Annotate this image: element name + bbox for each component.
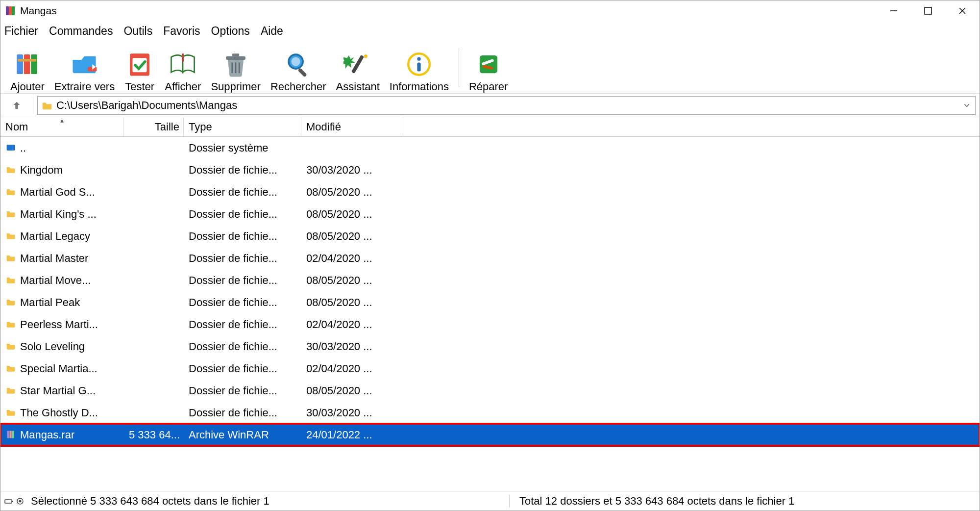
file-type: Archive WinRAR bbox=[184, 429, 301, 441]
col-header-type-label: Type bbox=[189, 121, 212, 133]
svg-point-26 bbox=[417, 57, 421, 61]
file-type: Dossier de fichie... bbox=[184, 296, 301, 309]
svg-rect-0 bbox=[6, 6, 9, 15]
path-separator bbox=[33, 97, 33, 114]
menu-help[interactable]: Aide bbox=[261, 25, 283, 38]
menu-options[interactable]: Options bbox=[211, 25, 250, 38]
toolbar-extract[interactable]: Extraire vers bbox=[49, 42, 120, 93]
folder-icon bbox=[5, 319, 16, 330]
folder-icon bbox=[42, 100, 52, 111]
svg-rect-9 bbox=[31, 54, 37, 74]
toolbar-wizard[interactable]: Assistant bbox=[331, 42, 385, 93]
file-date: 02/04/2020 ... bbox=[301, 318, 403, 331]
rar-icon bbox=[5, 430, 16, 440]
table-row[interactable]: Martial King's ...Dossier de fichie...08… bbox=[0, 203, 980, 225]
file-type: Dossier de fichie... bbox=[184, 340, 301, 353]
table-row[interactable]: Martial MasterDossier de fichie...02/04/… bbox=[0, 247, 980, 269]
menu-fav[interactable]: Favoris bbox=[163, 25, 200, 38]
folder-icon bbox=[5, 231, 16, 242]
file-name: Peerless Marti... bbox=[20, 318, 98, 331]
file-list[interactable]: ..Dossier systèmeKingdomDossier de fichi… bbox=[0, 137, 980, 491]
svg-rect-14 bbox=[182, 53, 184, 61]
table-row[interactable]: Martial God S...Dossier de fichie...08/0… bbox=[0, 181, 980, 203]
table-row[interactable]: Solo LevelingDossier de fichie...30/03/2… bbox=[0, 335, 980, 358]
col-header-modified[interactable]: Modifié bbox=[301, 117, 403, 136]
chevron-down-icon[interactable] bbox=[962, 101, 971, 110]
svg-rect-16 bbox=[232, 53, 240, 56]
folder-icon bbox=[5, 209, 16, 220]
file-name: Martial Move... bbox=[20, 274, 91, 287]
col-header-name[interactable]: ▴ Nom bbox=[0, 117, 124, 136]
table-row[interactable]: Mangas.rar5 333 64...Archive WinRAR24/01… bbox=[0, 424, 980, 446]
file-date: 24/01/2022 ... bbox=[301, 429, 403, 441]
svg-rect-32 bbox=[7, 145, 15, 150]
file-name: Martial King's ... bbox=[20, 208, 97, 221]
table-row[interactable]: KingdomDossier de fichie...30/03/2020 ..… bbox=[0, 159, 980, 181]
col-header-modified-label: Modifié bbox=[306, 121, 341, 133]
svg-rect-27 bbox=[417, 62, 421, 71]
path-bar: C:\Users\Barigah\Documents\Mangas bbox=[0, 94, 980, 117]
file-type: Dossier de fichie... bbox=[184, 164, 301, 177]
toolbar-test[interactable]: Tester bbox=[120, 42, 160, 93]
status-icons bbox=[0, 497, 28, 505]
file-type: Dossier de fichie... bbox=[184, 362, 301, 375]
table-row[interactable]: Special Martia...Dossier de fichie...02/… bbox=[0, 358, 980, 380]
menu-tools[interactable]: Outils bbox=[123, 25, 152, 38]
svg-rect-15 bbox=[226, 56, 245, 60]
svg-rect-1 bbox=[9, 6, 12, 15]
table-row[interactable]: ..Dossier système bbox=[0, 137, 980, 159]
toolbar-find[interactable]: Rechercher bbox=[266, 42, 331, 93]
toolbar-repair-label: Réparer bbox=[469, 80, 508, 93]
file-date: 30/03/2020 ... bbox=[301, 340, 403, 353]
toolbar-add[interactable]: Ajouter bbox=[5, 42, 49, 93]
folder-icon bbox=[5, 341, 16, 352]
file-name: Star Martial G... bbox=[20, 384, 96, 397]
col-header-size[interactable]: Taille bbox=[124, 117, 184, 136]
svg-point-21 bbox=[291, 57, 300, 66]
maximize-button[interactable] bbox=[911, 0, 945, 21]
file-type: Dossier de fichie... bbox=[184, 407, 301, 419]
title-bar: Mangas bbox=[0, 0, 980, 21]
minimize-button[interactable] bbox=[877, 0, 911, 21]
close-button[interactable] bbox=[945, 0, 980, 21]
svg-rect-4 bbox=[925, 7, 931, 14]
list-header: ▴ Nom Taille Type Modifié bbox=[0, 117, 980, 137]
search-icon bbox=[283, 49, 314, 79]
toolbar-extract-label: Extraire vers bbox=[54, 80, 115, 93]
trash-icon bbox=[220, 49, 251, 79]
svg-rect-37 bbox=[12, 501, 13, 502]
info-icon bbox=[404, 49, 434, 79]
toolbar-info[interactable]: Informations bbox=[385, 42, 454, 93]
file-date: 30/03/2020 ... bbox=[301, 164, 403, 177]
table-row[interactable]: The Ghostly D...Dossier de fichie...30/0… bbox=[0, 402, 980, 424]
table-row[interactable]: Martial Move...Dossier de fichie...08/05… bbox=[0, 269, 980, 291]
file-type: Dossier de fichie... bbox=[184, 208, 301, 221]
file-type: Dossier de fichie... bbox=[184, 318, 301, 331]
toolbar-test-label: Tester bbox=[125, 80, 154, 93]
path-box[interactable]: C:\Users\Barigah\Documents\Mangas bbox=[37, 96, 976, 115]
toolbar-view[interactable]: Afficher bbox=[160, 42, 206, 93]
file-date: 02/04/2020 ... bbox=[301, 362, 403, 375]
col-header-type[interactable]: Type bbox=[184, 117, 301, 136]
sort-ascending-icon: ▴ bbox=[60, 116, 64, 124]
file-name: Martial Legacy bbox=[20, 230, 90, 243]
file-name: Kingdom bbox=[20, 164, 63, 177]
folder-out-icon bbox=[69, 49, 99, 79]
table-row[interactable]: Star Martial G...Dossier de fichie...08/… bbox=[0, 380, 980, 402]
table-row[interactable]: Martial PeakDossier de fichie...08/05/20… bbox=[0, 291, 980, 313]
folder-icon bbox=[5, 385, 16, 396]
check-icon bbox=[124, 49, 155, 79]
menu-file[interactable]: Fichier bbox=[4, 25, 38, 38]
up-button[interactable] bbox=[4, 100, 29, 111]
svg-rect-8 bbox=[24, 54, 30, 74]
toolbar-repair[interactable]: Réparer bbox=[464, 42, 513, 93]
table-row[interactable]: Martial LegacyDossier de fichie...08/05/… bbox=[0, 225, 980, 247]
path-text: C:\Users\Barigah\Documents\Mangas bbox=[56, 99, 237, 112]
book-open-icon bbox=[168, 49, 198, 79]
svg-point-39 bbox=[19, 500, 22, 502]
table-row[interactable]: Peerless Marti...Dossier de fichie...02/… bbox=[0, 313, 980, 335]
status-left: Sélectionné 5 333 643 684 octets dans le… bbox=[28, 495, 509, 508]
file-date: 02/04/2020 ... bbox=[301, 252, 403, 265]
toolbar-delete[interactable]: Supprimer bbox=[206, 42, 265, 93]
menu-commands[interactable]: Commandes bbox=[49, 25, 113, 38]
